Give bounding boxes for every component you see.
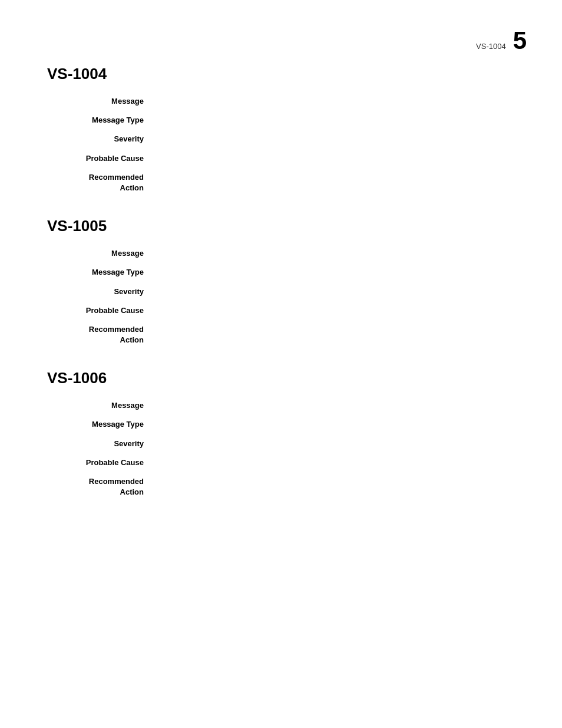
field-label: RecommendedAction: [59, 476, 153, 498]
main-content: VS-1004MessageMessage TypeSeverityProbab…: [0, 0, 562, 498]
section-vs-1005: VS-1005MessageMessage TypeSeverityProbab…: [47, 217, 515, 345]
field-value: [153, 324, 515, 345]
field-label: Message: [59, 248, 153, 259]
field-value: [153, 305, 515, 316]
section-title-vs-1006: VS-1006: [47, 369, 515, 387]
field-value: [153, 153, 515, 164]
field-row: RecommendedAction: [47, 324, 515, 345]
field-value: [153, 134, 515, 144]
field-value: [153, 400, 515, 411]
field-label: Message: [59, 400, 153, 411]
field-row: Probable Cause: [47, 153, 515, 164]
field-row: Probable Cause: [47, 305, 515, 316]
field-label: Probable Cause: [59, 457, 153, 468]
field-label: Severity: [59, 286, 153, 297]
field-row: RecommendedAction: [47, 476, 515, 498]
header-page: 5: [513, 28, 527, 53]
section-title-vs-1005: VS-1005: [47, 217, 515, 235]
field-label: Message: [59, 96, 153, 107]
field-value: [153, 172, 515, 193]
section-title-vs-1004: VS-1004: [47, 65, 515, 83]
field-value: [153, 439, 515, 449]
field-label: Message Type: [59, 267, 153, 278]
field-row: Severity: [47, 439, 515, 449]
field-label: Severity: [59, 439, 153, 449]
section-vs-1006: VS-1006MessageMessage TypeSeverityProbab…: [47, 369, 515, 498]
field-value: [153, 457, 515, 468]
field-row: Severity: [47, 134, 515, 144]
field-row: Message: [47, 248, 515, 259]
page-header: VS-1004 5: [476, 28, 527, 53]
field-label: Message Type: [59, 419, 153, 430]
field-value: [153, 476, 515, 498]
field-label: Message Type: [59, 115, 153, 126]
field-value: [153, 286, 515, 297]
field-value: [153, 419, 515, 430]
field-row: Message Type: [47, 115, 515, 126]
field-row: Message Type: [47, 267, 515, 278]
field-row: Message: [47, 96, 515, 107]
field-value: [153, 248, 515, 259]
field-row: RecommendedAction: [47, 172, 515, 193]
field-row: Message: [47, 400, 515, 411]
header-code: VS-1004: [476, 42, 506, 51]
field-label: Probable Cause: [59, 153, 153, 164]
field-row: Message Type: [47, 419, 515, 430]
field-label: Severity: [59, 134, 153, 144]
field-value: [153, 267, 515, 278]
field-value: [153, 96, 515, 107]
field-value: [153, 115, 515, 126]
field-row: Severity: [47, 286, 515, 297]
field-label: Probable Cause: [59, 305, 153, 316]
field-row: Probable Cause: [47, 457, 515, 468]
field-label: RecommendedAction: [59, 172, 153, 193]
section-vs-1004: VS-1004MessageMessage TypeSeverityProbab…: [47, 65, 515, 193]
field-label: RecommendedAction: [59, 324, 153, 345]
